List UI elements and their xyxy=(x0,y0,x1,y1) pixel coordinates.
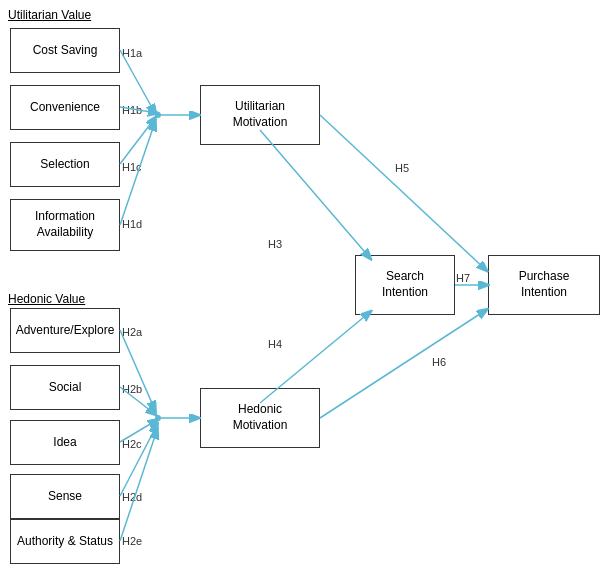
svg-line-16 xyxy=(320,115,486,270)
h4-label: H4 xyxy=(268,338,282,350)
purchase-intention-box: PurchaseIntention xyxy=(488,255,600,315)
h2c-label: H2c xyxy=(122,438,142,450)
utilitarian-value-label: Utilitarian Value xyxy=(8,8,91,22)
h1b-label: H1b xyxy=(122,104,142,116)
idea-box: Idea xyxy=(10,420,120,465)
h6-label: H6 xyxy=(432,356,446,368)
h3-label: H3 xyxy=(268,238,282,250)
h2d-label: H2d xyxy=(122,491,142,503)
authority-status-box: Authority & Status xyxy=(10,519,120,564)
svg-line-4 xyxy=(120,122,155,225)
convenience-box: Convenience xyxy=(10,85,120,130)
h2a-label: H2a xyxy=(122,326,142,338)
svg-line-10 xyxy=(120,425,157,496)
h1d-label: H1d xyxy=(122,218,142,230)
cost-saving-box: Cost Saving xyxy=(10,28,120,73)
diagram-container: Utilitarian Value Hedonic Value Cost Sav… xyxy=(0,0,614,576)
svg-line-7 xyxy=(120,330,155,410)
hedonic-value-label: Hedonic Value xyxy=(8,292,85,306)
svg-point-12 xyxy=(155,415,161,421)
h2e-label: H2e xyxy=(122,535,142,547)
svg-line-17 xyxy=(320,310,486,418)
sense-box: Sense xyxy=(10,474,120,519)
social-box: Social xyxy=(10,365,120,410)
h1c-label: H1c xyxy=(122,161,142,173)
adventure-explore-box: Adventure/Explore xyxy=(10,308,120,353)
h1a-label: H1a xyxy=(122,47,142,59)
svg-point-5 xyxy=(155,112,161,118)
hedonic-motivation-box: HedonicMotivation xyxy=(200,388,320,448)
search-intention-box: SearchIntention xyxy=(355,255,455,315)
h2b-label: H2b xyxy=(122,383,142,395)
svg-line-3 xyxy=(120,118,155,164)
h7-label: H7 xyxy=(456,272,470,284)
selection-box: Selection xyxy=(10,142,120,187)
h5-label: H5 xyxy=(395,162,409,174)
utilitarian-motivation-box: UtilitarianMotivation xyxy=(200,85,320,145)
information-availability-box: InformationAvailability xyxy=(10,199,120,251)
